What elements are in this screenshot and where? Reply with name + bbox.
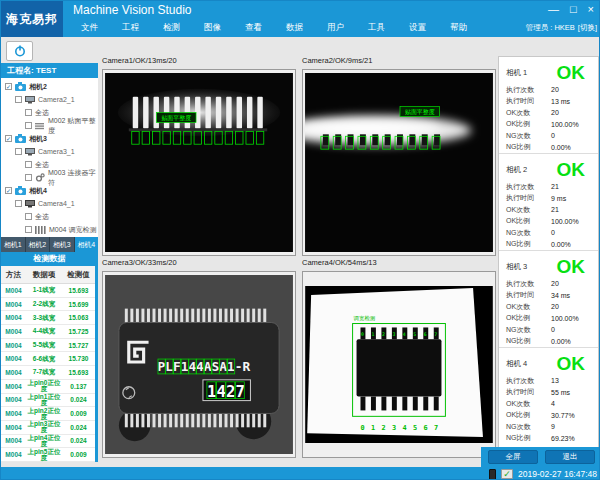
metric-value: 20 bbox=[551, 86, 559, 93]
tree-item-m003[interactable]: M003 连接器字符 bbox=[1, 171, 98, 184]
checkbox-checked[interactable] bbox=[5, 83, 12, 90]
menu-item-view[interactable]: 查看 bbox=[233, 22, 274, 34]
camera2-view: Camera2/OK/9ms/21 贴面平整度 bbox=[302, 56, 496, 256]
camera4-top-pin-numbers: 0 1 2 3 4 5 6 7 bbox=[361, 331, 440, 337]
camera-icon bbox=[15, 82, 26, 91]
camera1-frame[interactable]: 贴面平整度 bbox=[102, 69, 296, 256]
flatness-tool-icon bbox=[35, 122, 45, 130]
metric-value: 20 bbox=[551, 280, 559, 287]
exit-button[interactable]: 退出 bbox=[545, 450, 595, 464]
tree-item-camera3-1[interactable]: Camera3_1 bbox=[1, 145, 98, 158]
close-button[interactable]: × bbox=[588, 2, 594, 16]
tree-label: 全选 bbox=[35, 212, 49, 222]
table-scrollbar[interactable] bbox=[95, 252, 98, 462]
metric-value: 13 ms bbox=[551, 98, 570, 105]
tree-item-m004[interactable]: M004 调宽检测 bbox=[1, 223, 98, 236]
cell-item: 上pin0正位度 bbox=[26, 380, 62, 392]
metric-label: OK次数 bbox=[506, 205, 551, 215]
stats-section-camera1: 相机 1 OK 执行次数20 执行时间13 ms OK次数20 OK比例100.… bbox=[499, 57, 598, 154]
gears-icon bbox=[35, 173, 45, 182]
camera1-image: 贴面平整度 bbox=[105, 73, 293, 252]
menu-item-tools[interactable]: 工具 bbox=[356, 22, 397, 34]
metric-value: 21 bbox=[551, 183, 559, 190]
tree-label: 相机2 bbox=[29, 82, 47, 92]
metric-label: OK比例 bbox=[506, 410, 551, 420]
tree-label: 相机3 bbox=[29, 134, 47, 144]
camera3-frame[interactable]: PLF144ASA1-R 1427 bbox=[102, 271, 296, 458]
cell-method: M004 bbox=[1, 287, 26, 294]
metric-value: 0 bbox=[551, 326, 555, 333]
camera1-view: Camera1/OK/13ms/20 bbox=[102, 56, 296, 256]
checkbox[interactable] bbox=[25, 122, 32, 129]
metric-value: 100.00% bbox=[551, 121, 579, 128]
metric-value: 0.00% bbox=[551, 144, 571, 151]
table-row: M0044-4线宽15.725 bbox=[1, 325, 95, 339]
checkbox-checked[interactable] bbox=[5, 187, 12, 194]
checkbox[interactable] bbox=[15, 96, 22, 103]
camera-stats-panel: 相机 1 OK 执行次数20 执行时间13 ms OK次数20 OK比例100.… bbox=[498, 56, 599, 466]
detection-data-title: 检测数据 bbox=[1, 252, 98, 266]
project-name-bar: 工程名: TEST bbox=[1, 63, 98, 78]
camera4-overlay-label: 调宽检测 bbox=[353, 315, 376, 322]
cell-method: M004 bbox=[1, 314, 26, 321]
camera4-header: Camera4/OK/54ms/13 bbox=[302, 258, 496, 271]
tab-camera1[interactable]: 相机1 bbox=[1, 237, 26, 252]
stats-camera-name: 相机 2 bbox=[506, 165, 527, 175]
metric-label: OK比例 bbox=[506, 119, 551, 129]
tree-label: M003 连接器字符 bbox=[48, 168, 98, 188]
detection-data-table: 方法 数据项 检测值 M0041-1线宽15.693 M0042-2线宽15.6… bbox=[1, 266, 95, 462]
power-button[interactable] bbox=[6, 41, 33, 61]
table-row: M004上pin0正位度0.137 bbox=[1, 380, 95, 394]
cell-method: M004 bbox=[1, 369, 26, 376]
checkbox[interactable] bbox=[25, 174, 32, 181]
menu-item-project[interactable]: 工程 bbox=[110, 22, 151, 34]
table-row: M004上pin1正位度0.024 bbox=[1, 394, 95, 408]
minimize-button[interactable]: — bbox=[548, 2, 559, 16]
restore-button[interactable]: □ bbox=[570, 2, 577, 16]
checkbox[interactable] bbox=[25, 226, 32, 233]
checkbox[interactable] bbox=[25, 161, 32, 168]
camera1-header: Camera1/OK/13ms/20 bbox=[102, 56, 296, 69]
tree-item-select-all[interactable]: 全选 bbox=[1, 210, 98, 223]
camera4-image: 调宽检测 0 1 2 3 4 5 6 7 0 1 2 3 4 5 6 7 bbox=[305, 286, 493, 443]
metric-value: 30.77% bbox=[551, 412, 575, 419]
menu-item-settings[interactable]: 设置 bbox=[397, 22, 438, 34]
cell-method: M004 bbox=[1, 383, 26, 390]
stats-camera-name: 相机 1 bbox=[506, 68, 527, 78]
cell-method: M004 bbox=[1, 342, 26, 349]
menu-item-data[interactable]: 数据 bbox=[274, 22, 315, 34]
tree-item-m002[interactable]: M002 贴面平整度 bbox=[1, 119, 98, 132]
switch-user-link[interactable]: [切换] bbox=[578, 23, 597, 33]
camera2-frame[interactable]: 贴面平整度 bbox=[302, 69, 496, 256]
metric-label: 执行时间 bbox=[506, 193, 551, 203]
tab-camera2[interactable]: 相机2 bbox=[26, 237, 51, 252]
checkbox-checked[interactable] bbox=[5, 135, 12, 142]
checkbox[interactable] bbox=[25, 109, 32, 116]
tree-item-camera4-1[interactable]: Camera4_1 bbox=[1, 197, 98, 210]
metric-value: 0 bbox=[551, 229, 555, 236]
menu-item-detect[interactable]: 检测 bbox=[151, 22, 192, 34]
camera4-frame[interactable]: 调宽检测 0 1 2 3 4 5 6 7 0 1 2 3 4 5 6 7 bbox=[302, 271, 496, 458]
fullscreen-button[interactable]: 全屏 bbox=[488, 450, 538, 464]
checkbox[interactable] bbox=[15, 200, 22, 207]
app-logo: 海克易邦 bbox=[1, 1, 63, 37]
tab-camera3[interactable]: 相机3 bbox=[50, 237, 75, 252]
cell-item: 上pin2正位度 bbox=[26, 408, 62, 420]
checkbox[interactable] bbox=[25, 213, 32, 220]
cell-value: 0.024 bbox=[62, 424, 95, 431]
metric-label: OK次数 bbox=[506, 108, 551, 118]
menu-item-user[interactable]: 用户 bbox=[315, 22, 356, 34]
column-header-value: 检测值 bbox=[62, 270, 95, 280]
tree-item-camera2[interactable]: 相机2 bbox=[1, 80, 98, 93]
camera1-overlay-label: 贴面平整度 bbox=[161, 114, 191, 122]
menu-item-help[interactable]: 帮助 bbox=[438, 22, 479, 34]
tree-label: Camera3_1 bbox=[38, 148, 75, 155]
tab-camera4-active[interactable]: 相机4 bbox=[75, 237, 99, 252]
menu-item-image[interactable]: 图像 bbox=[192, 22, 233, 34]
cell-method: M004 bbox=[1, 424, 26, 431]
checkbox[interactable] bbox=[15, 148, 22, 155]
pins-comb-icon bbox=[35, 226, 46, 234]
stats-section-camera3: 相机 3 OK 执行次数20 执行时间34 ms OK次数20 OK比例100.… bbox=[499, 251, 598, 348]
tree-item-camera2-1[interactable]: Camera2_1 bbox=[1, 93, 98, 106]
menu-item-file[interactable]: 文件 bbox=[69, 22, 110, 34]
